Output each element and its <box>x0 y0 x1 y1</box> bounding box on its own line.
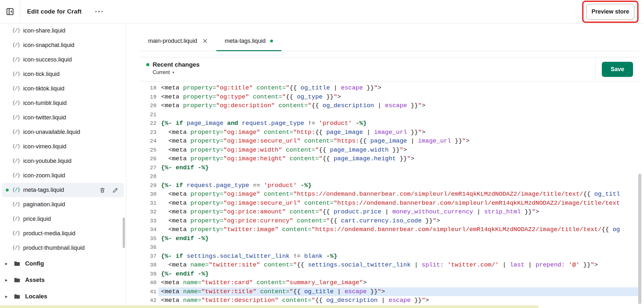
delete-file-button[interactable] <box>99 187 106 193</box>
file-name: icon-tumblr.liquid <box>23 100 67 107</box>
folder-list: ▸Config▸Assets▸Locales <box>0 255 126 304</box>
code-text: <meta property="og:description" content=… <box>161 101 639 110</box>
code-line-37[interactable]: 37{%- if settings.social_twitter_link !=… <box>140 252 639 261</box>
folder-item-assets[interactable]: ▸Assets <box>0 272 126 288</box>
line-number: 23 <box>140 128 161 137</box>
close-tab-icon[interactable]: × <box>202 38 208 44</box>
code-line-24[interactable]: 24 <meta property="og:image:secure_url" … <box>140 137 639 146</box>
code-line-40[interactable]: 40<meta name="twitter:card" content="sum… <box>140 278 639 287</box>
line-number: 38 <box>140 261 161 270</box>
file-item-icon-unavailable-liquid[interactable]: {/}icon-unavailable.liquid <box>0 125 126 139</box>
exit-editor-icon <box>6 7 14 16</box>
line-number: 18 <box>140 84 161 93</box>
liquid-file-icon: {/} <box>12 231 23 236</box>
code-line-29[interactable]: 29{%- if request.page_type == 'product' … <box>140 181 639 190</box>
line-number: 32 <box>140 208 161 217</box>
folder-name: Config <box>25 260 44 267</box>
file-item-icon-tumblr-liquid[interactable]: {/}icon-tumblr.liquid <box>0 96 126 110</box>
code-text <box>161 172 639 181</box>
code-editor[interactable]: 18<meta property="og:title" content="{{ … <box>140 81 639 308</box>
file-item-icon-youtube-liquid[interactable]: {/}icon-youtube.liquid <box>0 154 126 168</box>
recent-changes-title: Recent changes <box>153 61 200 68</box>
file-item-product-thumbnail-liquid[interactable]: {/}product-thumbnail.liquid <box>0 241 126 255</box>
more-actions-button[interactable] <box>93 7 106 16</box>
code-text: {%- endif -%} <box>161 163 639 173</box>
editor-scrollbar[interactable] <box>638 174 641 304</box>
tab-label: meta-tags.liquid <box>225 38 266 44</box>
code-line-34[interactable]: 34 <meta property="twitter:image" conten… <box>140 225 639 234</box>
code-line-33[interactable]: 33 <meta property="og:price:currency" co… <box>140 217 639 226</box>
folder-name: Locales <box>25 293 47 300</box>
file-item-icon-snapchat-liquid[interactable]: {/}icon-snapchat.liquid <box>0 38 126 52</box>
code-line-32[interactable]: 32 <meta property="og:price:amount" cont… <box>140 208 639 217</box>
code-line-20[interactable]: 20<meta property="og:description" conten… <box>140 101 639 110</box>
liquid-file-icon: {/} <box>12 158 23 164</box>
liquid-file-icon: {/} <box>12 42 23 48</box>
liquid-file-icon: {/} <box>12 71 23 77</box>
line-number: 24 <box>140 137 161 146</box>
code-line-31[interactable]: 31 <meta property="og:image:secure_url" … <box>140 199 639 208</box>
file-item-icon-success-liquid[interactable]: {/}icon-success.liquid <box>0 52 126 67</box>
tab-gap <box>140 51 639 57</box>
file-item-icon-twitter-liquid[interactable]: {/}icon-twitter.liquid <box>0 110 126 125</box>
sidebar-scrollbar[interactable] <box>123 218 125 248</box>
code-line-35[interactable]: 35{%- endif -%} <box>140 234 639 243</box>
preview-store-area: Preview store <box>586 4 634 20</box>
file-item-icon-share-liquid[interactable]: {/}icon-share.liquid <box>0 23 126 38</box>
top-bar: Edit code for Craft Preview store <box>0 0 644 23</box>
file-item-price-liquid[interactable]: {/}price.liquid <box>0 212 126 226</box>
code-line-19[interactable]: 19<meta property="og:type" content="{{ o… <box>140 93 639 102</box>
rename-file-button[interactable] <box>112 187 119 193</box>
window-body: {/}icon-share.liquid{/}icon-snapchat.liq… <box>0 23 644 308</box>
code-line-27[interactable]: 27{%- endif -%} <box>140 163 639 173</box>
file-name: icon-unavailable.liquid <box>23 129 80 135</box>
code-text: <meta name="twitter:description" content… <box>161 296 639 305</box>
unsaved-dot <box>6 189 9 191</box>
version-dropdown[interactable]: Current ▾ <box>153 70 174 75</box>
liquid-file-icon: {/} <box>12 115 23 120</box>
file-item-icon-vimeo-liquid[interactable]: {/}icon-vimeo.liquid <box>0 139 126 154</box>
folder-item-locales[interactable]: ▸Locales <box>0 288 126 304</box>
code-text: <meta property="og:image" content="http:… <box>161 128 639 137</box>
code-line-28[interactable]: 28 <box>140 172 639 181</box>
more-icon <box>101 11 103 13</box>
code-text: <meta property="og:type" content="{{ og_… <box>161 93 639 102</box>
code-line-18[interactable]: 18<meta property="og:title" content="{{ … <box>140 84 639 93</box>
file-name: icon-tiktok.liquid <box>23 85 64 92</box>
line-number: 42 <box>140 296 161 305</box>
changes-status-dot <box>146 63 149 66</box>
folder-icon <box>14 276 25 284</box>
line-number: 31 <box>140 199 161 208</box>
code-text: <meta property="og:image:width" content=… <box>161 146 639 155</box>
file-item-pagination-liquid[interactable]: {/}pagination.liquid <box>0 197 126 212</box>
tab-main-product-liquid[interactable]: main-product.liquid× <box>140 31 216 51</box>
file-item-icon-tiktok-liquid[interactable]: {/}icon-tiktok.liquid <box>0 81 126 96</box>
liquid-file-icon: {/} <box>12 173 23 178</box>
code-line-38[interactable]: 38 <meta name="twitter:site" content="{{… <box>140 261 639 270</box>
folder-item-config[interactable]: ▸Config <box>0 255 126 272</box>
code-line-30[interactable]: 30 <meta property="og:image" content="ht… <box>140 190 639 199</box>
file-item-icon-tick-liquid[interactable]: {/}icon-tick.liquid <box>0 67 126 81</box>
code-line-41[interactable]: 41<meta name="twitter:title" content="{{… <box>140 287 639 296</box>
file-item-icon-zoom-liquid[interactable]: {/}icon-zoom.liquid <box>0 168 126 183</box>
unsaved-dot <box>270 40 273 42</box>
code-line-42[interactable]: 42<meta name="twitter:description" conte… <box>140 296 639 305</box>
code-line-21[interactable]: 21 <box>140 110 639 119</box>
file-item-product-media-liquid[interactable]: {/}product-media.liquid <box>0 226 126 241</box>
folder-icon <box>14 293 25 300</box>
code-line-25[interactable]: 25 <meta property="og:image:width" conte… <box>140 146 639 155</box>
save-button[interactable]: Save <box>602 62 633 77</box>
file-item-meta-tags-liquid[interactable]: {/}meta-tags.liquid <box>2 183 124 197</box>
file-name: icon-share.liquid <box>23 27 65 34</box>
code-line-26[interactable]: 26 <meta property="og:image:height" cont… <box>140 154 639 163</box>
code-editor-window: Edit code for Craft Preview store {/}ico… <box>0 0 644 308</box>
preview-store-button[interactable]: Preview store <box>586 4 634 20</box>
code-line-23[interactable]: 23 <meta property="og:image" content="ht… <box>140 128 639 137</box>
exit-editor-button[interactable] <box>0 0 20 23</box>
code-line-39[interactable]: 39{%- endif -%} <box>140 270 639 279</box>
liquid-file-icon: {/} <box>12 100 23 106</box>
tab-meta-tags-liquid[interactable]: meta-tags.liquid <box>216 31 281 51</box>
line-number: 21 <box>140 110 161 119</box>
code-line-22[interactable]: 22{%- if page_image and request.page_typ… <box>140 119 639 128</box>
code-line-36[interactable]: 36 <box>140 243 639 252</box>
